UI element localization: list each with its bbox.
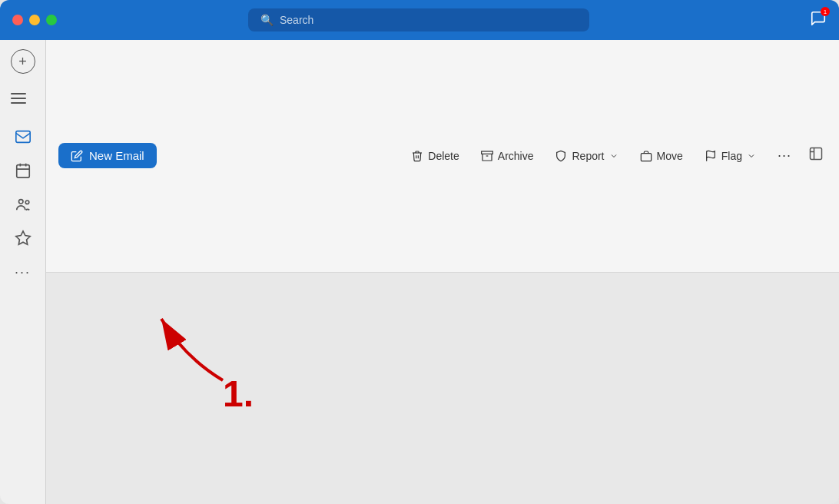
plus-icon: +: [18, 54, 27, 70]
svg-rect-0: [15, 131, 29, 143]
move-label: Move: [657, 150, 683, 162]
new-email-button[interactable]: New Email: [58, 143, 157, 168]
sidebar-item-calendar[interactable]: [9, 157, 37, 184]
archive-label: Archive: [498, 150, 534, 162]
svg-point-3: [25, 201, 29, 204]
maximize-button[interactable]: [46, 15, 57, 25]
flag-chevron-icon: [747, 151, 756, 161]
titlebar: 🔍 Search 1: [0, 0, 839, 40]
menu-button[interactable]: [11, 86, 35, 111]
report-icon: [555, 150, 567, 162]
search-bar: 🔍 Search: [57, 8, 781, 32]
search-input-wrapper[interactable]: 🔍 Search: [248, 8, 589, 32]
main-area: +: [0, 40, 839, 504]
sidebar: +: [0, 40, 46, 504]
titlebar-right: 1: [781, 10, 827, 30]
new-email-label: New Email: [89, 149, 144, 162]
archive-icon: [481, 150, 493, 162]
expand-button[interactable]: [805, 143, 827, 168]
app-window: 🔍 Search 1 +: [0, 0, 839, 504]
notification-button[interactable]: 1: [810, 10, 827, 30]
sidebar-item-contacts[interactable]: [9, 191, 37, 218]
more-actions-button[interactable]: ···: [770, 143, 799, 168]
menu-line-3: [11, 102, 26, 104]
annotation-number: 1.: [223, 373, 254, 415]
content-area: 1.: [46, 273, 839, 505]
search-icon: 🔍: [260, 14, 274, 26]
flag-label: Flag: [721, 150, 742, 162]
close-button[interactable]: [12, 15, 23, 25]
chevron-down-icon: [609, 151, 618, 161]
search-placeholder: Search: [280, 14, 313, 26]
notification-badge: 1: [821, 7, 830, 16]
more-icon: ···: [15, 264, 31, 280]
sidebar-item-favorites[interactable]: [9, 224, 37, 252]
annotation-arrow: [154, 311, 246, 388]
svg-marker-4: [15, 231, 29, 244]
svg-rect-1: [16, 165, 29, 178]
sidebar-item-more[interactable]: ···: [9, 258, 37, 286]
annotation: 1.: [154, 311, 246, 391]
menu-line-2: [11, 98, 26, 99]
delete-label: Delete: [428, 150, 459, 162]
flag-button[interactable]: Flag: [697, 145, 764, 167]
report-button[interactable]: Report: [547, 145, 625, 167]
flag-icon: [705, 150, 717, 162]
svg-rect-7: [641, 153, 651, 161]
content-wrapper: New Email Delete: [46, 40, 839, 504]
move-icon: [640, 150, 652, 162]
svg-rect-5: [481, 151, 492, 154]
compose-icon: [71, 150, 83, 162]
toolbar: New Email Delete: [46, 40, 839, 273]
add-button[interactable]: +: [11, 49, 35, 74]
svg-point-2: [18, 200, 23, 204]
more-actions-icon: ···: [778, 148, 791, 164]
minimize-button[interactable]: [29, 15, 40, 25]
sidebar-item-email[interactable]: [9, 123, 37, 151]
menu-line-1: [11, 93, 26, 94]
expand-icon: [808, 146, 824, 161]
svg-rect-9: [811, 148, 822, 160]
archive-button[interactable]: Archive: [473, 145, 542, 167]
move-button[interactable]: Move: [632, 145, 691, 167]
delete-icon: [411, 150, 423, 162]
report-label: Report: [572, 150, 604, 162]
traffic-lights: [12, 15, 57, 25]
delete-button[interactable]: Delete: [403, 145, 466, 167]
